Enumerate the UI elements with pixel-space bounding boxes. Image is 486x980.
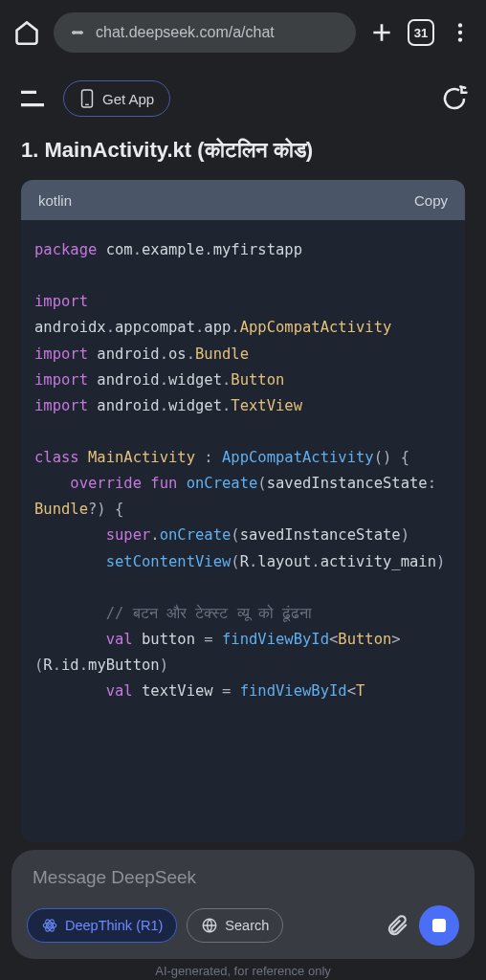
section-heading: 1. MainActivity.kt (कोटलिन कोड) — [0, 138, 486, 180]
footer-disclaimer: AI-generated, for reference only — [0, 964, 486, 978]
deepthink-button[interactable]: DeepThink (R1) — [27, 908, 177, 943]
get-app-label: Get App — [102, 91, 154, 107]
phone-icon — [79, 89, 95, 108]
code-block: kotlin Copy package com.example.myfirsta… — [21, 180, 465, 842]
deepthink-label: DeepThink (R1) — [65, 918, 163, 933]
svg-point-8 — [49, 924, 52, 927]
new-tab-icon[interactable] — [369, 20, 394, 45]
svg-rect-2 — [72, 32, 83, 34]
input-controls: DeepThink (R1) Search — [27, 905, 459, 946]
code-header: kotlin Copy — [21, 180, 465, 220]
stop-icon — [432, 919, 446, 932]
home-icon[interactable] — [13, 19, 40, 46]
code-body[interactable]: package com.example.myfirstapp import an… — [21, 220, 465, 842]
svg-point-4 — [458, 31, 462, 34]
code-language: kotlin — [38, 192, 72, 209]
menu-icon[interactable] — [448, 20, 473, 45]
copy-button[interactable]: Copy — [414, 192, 448, 209]
message-input-area: Message DeepSeek DeepThink (R1) Search — [11, 850, 475, 959]
browser-bar: chat.deepseek.com/a/chat 31 — [0, 0, 486, 65]
url-bar[interactable]: chat.deepseek.com/a/chat — [54, 12, 356, 53]
tab-switcher[interactable]: 31 — [408, 19, 434, 46]
stop-button[interactable] — [419, 905, 459, 946]
atom-icon — [41, 917, 58, 934]
attach-icon[interactable] — [385, 913, 409, 938]
url-text: chat.deepseek.com/a/chat — [96, 24, 275, 41]
site-settings-icon — [69, 24, 86, 41]
message-input[interactable]: Message DeepSeek — [27, 867, 459, 905]
search-button[interactable]: Search — [187, 908, 283, 943]
sidebar-toggle-icon[interactable] — [17, 83, 48, 114]
search-label: Search — [225, 918, 269, 933]
chat-content: 1. MainActivity.kt (कोटलिन कोड) kotlin C… — [0, 132, 486, 842]
svg-point-3 — [458, 23, 462, 27]
globe-icon — [201, 917, 218, 934]
app-header: Get App — [0, 65, 486, 132]
svg-point-5 — [458, 37, 462, 41]
get-app-button[interactable]: Get App — [63, 80, 170, 117]
new-chat-icon[interactable] — [440, 84, 469, 113]
